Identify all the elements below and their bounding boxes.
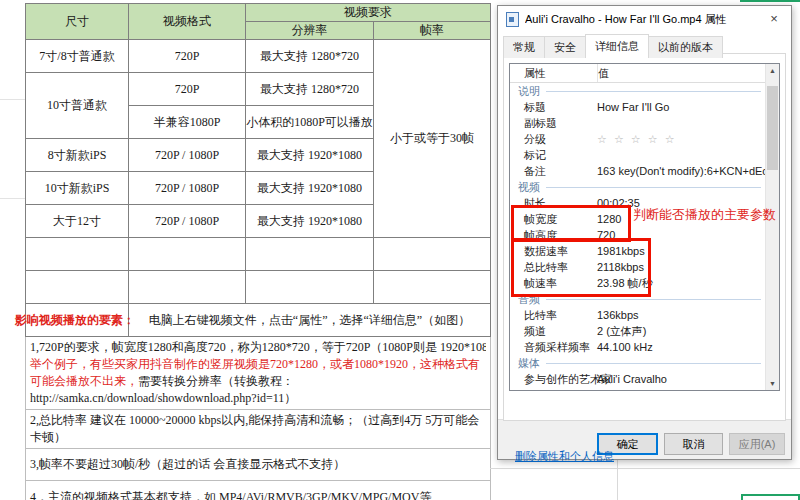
note-4-row: 4，主流的视频格式基本都支持，如 MP4/AVi/RMVB/3GP/MKV/MP… <box>26 481 491 500</box>
cell-framerate-note: 小于或等于30帧 <box>374 40 491 238</box>
cell-size: 10寸普通款 <box>26 73 129 139</box>
excel-gridline <box>0 99 25 100</box>
scrollbar[interactable]: ▲ ▼ <box>765 64 779 390</box>
cell-format: 720P <box>129 40 246 73</box>
section-rule <box>546 363 761 364</box>
factor-text: 电脑上右键视频文件，点击“属性”，选择“详细信息”（如图） <box>129 304 491 337</box>
cell-format: 半兼容1080P <box>129 106 246 139</box>
property-row-year[interactable]: 年 <box>510 387 779 391</box>
empty-row <box>26 238 491 271</box>
property-row-comments[interactable]: 备注163 key(Don't modify):6+KCN+dEo... <box>510 163 779 179</box>
excel-selection-cell <box>741 494 800 500</box>
cell-resolution: 最大支持 1280*720 <box>246 73 374 106</box>
col-header-framerate: 帧率 <box>374 22 491 40</box>
section-description: 说明 <box>510 83 779 99</box>
excel-gridline <box>490 468 800 469</box>
col-header-requirement: 视频要求 <box>246 4 491 22</box>
cancel-button[interactable]: 取消 <box>664 433 723 455</box>
screenshot-root: 尺寸 视频格式 视频要求 分辨率 帧率 7寸/8寸普通款 720P 最大支持 1… <box>0 0 800 500</box>
empty-row <box>26 271 491 304</box>
cell-size: 10寸新款iPS <box>26 172 129 205</box>
video-spec-table: 尺寸 视频格式 视频要求 分辨率 帧率 7寸/8寸普通款 720P 最大支持 1… <box>25 3 491 500</box>
scroll-down-icon[interactable]: ▼ <box>766 377 779 390</box>
property-row-audio-bitrate[interactable]: 比特率136kbps <box>510 307 779 323</box>
header-property: 属性 <box>510 64 598 82</box>
scrollbar-thumb[interactable] <box>767 86 778 170</box>
property-row-title[interactable]: 标题How Far I'll Go <box>510 99 779 115</box>
col-header-format: 视频格式 <box>129 4 246 40</box>
cell-resolution: 小体积的1080P可以播放 <box>246 106 374 139</box>
col-header-resolution: 分辨率 <box>246 22 374 40</box>
section-media: 媒体 <box>510 355 779 371</box>
note-1-row: 1,720P的要求，帧宽度1280和高度720，称为1280*720，等于720… <box>26 337 491 410</box>
note-2-row: 2,总比特率 建议在 10000~20000 kbps以内,能保持高清和流畅；（… <box>26 410 491 449</box>
section-rule <box>546 299 761 300</box>
note-3-row: 3,帧率不要超过30帧/秒（超过的话 会直接显示格式不支持） <box>26 449 491 481</box>
note-4-text: 4，主流的视频格式基本都支持，如 MP4/AVi/RMVB/3GP/MKV/MP… <box>26 481 491 500</box>
rating-stars: ☆ ☆ ☆ ☆ ☆ <box>597 133 677 145</box>
cell-size: 大于12寸 <box>26 205 129 238</box>
excel-gridline <box>0 198 25 199</box>
dialog-title: Auli'i Cravalho - How Far I'll Go.mp4 属性 <box>525 12 757 27</box>
property-row-channels[interactable]: 频道2 (立体声) <box>510 323 779 339</box>
tab-security[interactable]: 安全 <box>544 36 586 58</box>
property-row-subtitle[interactable]: 副标题 <box>510 115 779 131</box>
note-1-line1: 1,720P的要求，帧宽度1280和高度720，称为1280*720，等于720… <box>30 339 486 356</box>
red-highlight-box-frame-size <box>511 205 631 242</box>
excel-top-strip <box>740 0 800 2</box>
cell-resolution: 最大支持 1920*1080 <box>246 139 374 172</box>
cell-format: 720P / 1080P <box>129 172 246 205</box>
property-row-rating[interactable]: 分级☆ ☆ ☆ ☆ ☆ <box>510 131 779 147</box>
cell-size: 7寸/8寸普通款 <box>26 40 129 73</box>
section-rule <box>546 187 761 188</box>
note-3-text: 3,帧率不要超过30帧/秒（超过的话 会直接显示格式不支持） <box>26 449 491 481</box>
close-icon[interactable]: × <box>757 6 791 32</box>
col-header-size: 尺寸 <box>26 4 129 40</box>
table-row: 7寸/8寸普通款 720P 最大支持 1280*720 小于或等于30帧 <box>26 40 491 73</box>
cell-resolution: 最大支持 1280*720 <box>246 40 374 73</box>
media-file-icon <box>506 12 519 27</box>
section-video: 视频 <box>510 179 779 195</box>
factor-row: 影响视频播放的要素： 电脑上右键视频文件，点击“属性”，选择“详细信息”（如图） <box>26 304 491 337</box>
cell-size: 8寸新款iPS <box>26 139 129 172</box>
cell-format: 720P / 1080P <box>129 205 246 238</box>
cell-resolution: 最大支持 1920*1080 <box>246 172 374 205</box>
property-row-sample-rate[interactable]: 音频采样频率44.100 kHz <box>510 339 779 355</box>
apply-button[interactable]: 应用(A) <box>729 433 785 455</box>
red-highlight-box-rates <box>511 238 651 297</box>
header-value: 值 <box>598 67 609 79</box>
cell-format: 720P <box>129 73 246 106</box>
tab-general[interactable]: 常规 <box>503 36 545 58</box>
dialog-titlebar: Auli'i Cravalho - How Far I'll Go.mp4 属性… <box>498 6 791 32</box>
dialog-tabs: 常规 安全 详细信息 以前的版本 <box>503 37 722 58</box>
tab-previous-versions[interactable]: 以前的版本 <box>648 36 723 58</box>
scroll-up-icon[interactable]: ▲ <box>766 64 779 77</box>
property-row-tags[interactable]: 标记 <box>510 147 779 163</box>
red-annotation: 判断能否播放的主要参数 <box>633 206 776 224</box>
remove-properties-link[interactable]: 删除属性和个人信息 <box>515 449 614 464</box>
property-row-artist[interactable]: 参与创作的艺术家Auli'i Cravalho <box>510 371 779 387</box>
tab-details[interactable]: 详细信息 <box>585 34 649 58</box>
excel-gridline <box>617 459 618 500</box>
cell-resolution: 最大支持 1920*1080 <box>246 205 374 238</box>
cell-format: 720P / 1080P <box>129 139 246 172</box>
factor-label: 影响视频播放的要素： <box>15 312 135 329</box>
note-1-rest: 举个例子，有些买家用抖音制作的竖屏视频是720*1280，或者1080*1920… <box>30 356 486 407</box>
note-2-text: 2,总比特率 建议在 10000~20000 kbps以内,能保持高清和流畅；（… <box>26 410 491 449</box>
section-rule <box>546 91 761 92</box>
property-list-header: 属性值 <box>510 64 779 83</box>
